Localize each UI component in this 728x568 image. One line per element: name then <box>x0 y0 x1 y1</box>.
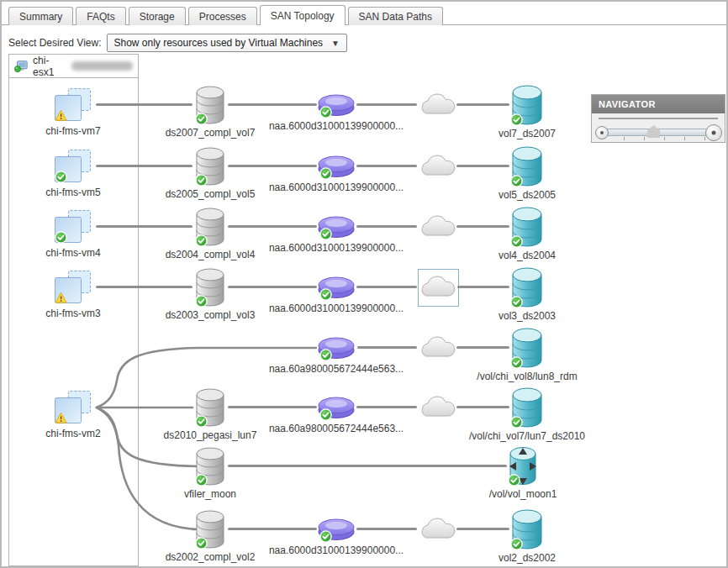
view-select[interactable]: Show only resources used by Virtual Mach… <box>107 34 347 52</box>
lun-label: naa.6000d31000139900000... <box>269 120 404 132</box>
vm-label: chi-fms-vm4 <box>45 247 100 259</box>
datastore-label: ds2010_pegasi_lun7 <box>164 429 257 441</box>
san-topology-window: SummaryFAQtsStorageProcessesSAN Topology… <box>0 0 728 568</box>
edge <box>356 528 417 530</box>
edge <box>356 103 417 106</box>
edge <box>456 528 509 530</box>
edge <box>356 225 417 228</box>
zoom-in-button[interactable] <box>705 124 722 141</box>
view-select-value: Show only resources used by Virtual Mach… <box>114 37 324 49</box>
ok-icon <box>510 235 523 248</box>
edge <box>228 286 317 288</box>
vm-label: chi-fms-vm5 <box>45 187 100 198</box>
ok-icon <box>510 416 523 429</box>
tab-processes[interactable]: Processes <box>188 7 257 25</box>
edge <box>96 286 193 288</box>
edge <box>456 165 509 167</box>
view-toolbar: Select Desired View: Show only resources… <box>8 34 347 52</box>
edge <box>96 103 193 106</box>
host-name: chi-esx1 <box>33 55 66 78</box>
cloud-icon <box>417 275 457 300</box>
ok-icon <box>319 106 332 118</box>
vm-label: chi-fms-vm3 <box>45 308 100 319</box>
cloud-icon <box>417 517 457 542</box>
cloud-icon <box>417 335 457 360</box>
edge <box>456 103 509 106</box>
ok-icon <box>319 530 332 543</box>
volume-label: vol4_ds2004 <box>499 250 556 261</box>
warning-icon <box>55 412 67 424</box>
edge <box>357 346 417 349</box>
datastore-label: ds2004_compl_vol4 <box>166 249 256 260</box>
tab-bar: SummaryFAQtsStorageProcessesSAN Topology… <box>2 5 726 25</box>
lun-label: naa.6000d31000139900000... <box>269 181 404 193</box>
view-select-label: Select Desired View: <box>8 37 102 49</box>
lun-label: naa.6000d31000139900000... <box>269 242 404 254</box>
datastore-label: ds2002_compl_vol2 <box>166 551 256 563</box>
slider-tick <box>704 137 705 140</box>
zoom-slider-thumb[interactable] <box>647 125 660 138</box>
ok-icon <box>508 474 520 486</box>
ok-icon <box>510 175 523 187</box>
edge <box>228 406 317 408</box>
vm-label: chi-fms-vm2 <box>45 428 100 439</box>
cloud-icon <box>417 214 457 239</box>
ok-icon <box>319 228 332 240</box>
edge <box>228 103 317 106</box>
edge <box>456 406 509 408</box>
slider-tick <box>644 137 645 140</box>
ok-icon <box>319 408 332 421</box>
tab-san-topology[interactable]: SAN Topology <box>260 5 346 25</box>
ok-icon <box>510 538 523 550</box>
ok-icon <box>195 174 208 187</box>
edge <box>456 225 509 228</box>
tab-summary[interactable]: Summary <box>8 7 73 25</box>
chevron-down-icon: ▼ <box>331 39 340 48</box>
zoom-slider[interactable] <box>592 119 725 143</box>
tab-storage[interactable]: Storage <box>129 7 186 25</box>
slider-tick <box>624 137 625 140</box>
edge <box>96 165 193 167</box>
volume-label: /vol/chi_vol8/lun8_rdm <box>477 371 577 382</box>
ok-icon <box>55 171 67 183</box>
ok-icon <box>55 231 67 244</box>
edge <box>457 286 509 288</box>
ok-icon <box>195 295 208 308</box>
ok-icon <box>510 356 523 369</box>
warning-icon <box>55 292 67 304</box>
ok-icon <box>195 537 208 550</box>
vm-label: chi-fms-vm7 <box>45 125 100 137</box>
lun-label: naa.6000d31000139900000... <box>269 302 404 314</box>
host-header[interactable]: chi-esx1 <box>9 55 138 78</box>
edge <box>228 528 317 530</box>
volume-label: vol7_ds2007 <box>499 128 556 139</box>
lun-label: naa.60a980005672444e563... <box>269 363 404 375</box>
navigator-panel: NAVIGATOR <box>591 94 725 143</box>
lun-label: naa.6000d31000139900000... <box>269 544 404 556</box>
ok-icon <box>195 474 208 486</box>
host-icon <box>14 60 28 73</box>
ok-icon <box>510 296 523 308</box>
ok-icon <box>195 234 208 247</box>
cloud-icon <box>417 92 457 118</box>
slider-tick <box>664 137 665 140</box>
volume-label: /vol/chi_vol7/lun7_ds2010 <box>469 430 585 442</box>
edge <box>96 225 193 228</box>
ok-icon <box>319 167 332 180</box>
volume-label: /vol/vol_moon1 <box>489 488 557 500</box>
edge <box>228 225 317 228</box>
ok-icon <box>319 349 332 361</box>
lun-label: naa.60a980005672444e563... <box>269 423 404 434</box>
datastore-label: ds2007_compl_vol7 <box>166 127 256 139</box>
zoom-out-button[interactable] <box>595 126 609 139</box>
ok-icon <box>195 415 208 428</box>
cloud-icon <box>417 395 457 420</box>
volume-label: vol5_ds2005 <box>499 189 556 201</box>
vfiler-label: vfiler_moon <box>184 488 236 500</box>
datastore-label: ds2003_compl_vol3 <box>166 309 256 321</box>
cloud-icon <box>417 154 457 179</box>
host-name-redacted <box>71 61 133 71</box>
edge <box>356 165 417 167</box>
tab-san-data-paths[interactable]: SAN Data Paths <box>348 7 443 25</box>
tab-faqts[interactable]: FAQts <box>76 7 125 25</box>
